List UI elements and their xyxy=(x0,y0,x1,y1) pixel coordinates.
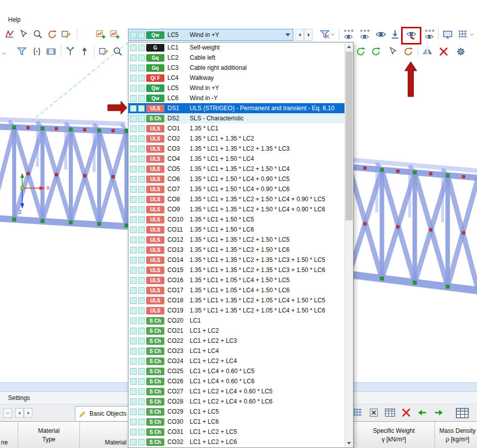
solve-checkbox[interactable] xyxy=(130,388,137,395)
solve-checkbox[interactable] xyxy=(130,105,137,112)
delete-rows-icon[interactable] xyxy=(400,406,413,419)
dropdown-item-lc5[interactable]: Qw LC5 Wind in +Y xyxy=(128,83,344,93)
solve-checkbox[interactable] xyxy=(130,136,137,142)
scroll-down-button[interactable] xyxy=(345,439,353,447)
dropdown-item-co27[interactable]: S Ch CO27 LC1 + LC2 + LC4 + 0.60 * LC5 xyxy=(128,386,344,396)
edit-geometry-icon[interactable] xyxy=(3,28,16,41)
solve-checkbox[interactable] xyxy=(130,368,137,375)
display-checkbox[interactable] xyxy=(138,318,145,324)
solve-checkbox[interactable] xyxy=(130,267,137,274)
display-checkbox[interactable] xyxy=(138,307,145,314)
display-checkbox[interactable] xyxy=(138,328,145,334)
select-cursor-icon[interactable] xyxy=(17,28,30,41)
solve-checkbox[interactable] xyxy=(130,398,137,405)
dropdown-item-co8[interactable]: ULS CO8 1.35 * LC1 + 1.35 * LC2 + 1.50 *… xyxy=(128,194,344,204)
solve-checkbox[interactable] xyxy=(130,338,137,344)
edit-selection-icon[interactable] xyxy=(97,45,110,58)
dropdown-item-co31[interactable]: S Ch CO31 LC1 + LC2 + LC5 xyxy=(128,427,344,437)
solve-checkbox[interactable] xyxy=(130,186,137,193)
solve-checkbox[interactable] xyxy=(130,32,137,38)
dropdown-item-co23[interactable]: S Ch CO23 LC1 + LC4 xyxy=(128,346,344,356)
dropdown-item-co19[interactable]: ULS CO19 1.35 * LC1 + 1.35 * LC2 + 1.05 … xyxy=(128,305,344,316)
display-checkbox[interactable] xyxy=(138,409,145,415)
dropdown-item-co3[interactable]: ULS CO3 1.35 * LC1 + 1.35 * LC2 + 1.35 *… xyxy=(128,144,344,154)
panel-menu-button[interactable] xyxy=(3,408,12,418)
dropdown-item-co24[interactable]: S Ch CO24 LC1 + LC2 + LC4 xyxy=(128,356,344,366)
move-up-icon[interactable] xyxy=(78,45,91,58)
dropdown-scrollbar[interactable] xyxy=(344,42,353,447)
delete-icon[interactable] xyxy=(437,45,450,58)
display-checkbox[interactable] xyxy=(138,358,145,365)
show-results-icon[interactable] xyxy=(374,28,387,41)
solve-checkbox[interactable] xyxy=(130,55,137,61)
display-checkbox[interactable] xyxy=(138,55,145,61)
dropdown-item-lc6[interactable]: Qw LC6 Wind in -Y xyxy=(128,93,344,103)
dropdown-item-co17[interactable]: ULS CO17 1.35 * LC1 + 1.05 * LC4 + 1.50 … xyxy=(128,285,344,295)
display-checkbox[interactable] xyxy=(138,95,145,102)
dropdown-item-co29[interactable]: S Ch CO29 LC1 + LC5 xyxy=(128,407,344,417)
solve-checkbox[interactable] xyxy=(130,125,137,132)
solve-checkbox[interactable] xyxy=(130,65,137,71)
solve-checkbox[interactable] xyxy=(130,146,137,152)
display-checkbox[interactable] xyxy=(138,267,145,274)
rotate-copy-icon[interactable] xyxy=(369,45,382,58)
solve-checkbox[interactable] xyxy=(130,378,137,385)
scrollbar-thumb[interactable] xyxy=(345,52,353,220)
zoom-selection-icon[interactable] xyxy=(111,45,124,58)
display-checkbox[interactable] xyxy=(138,216,145,223)
grid-raster-icon[interactable] xyxy=(456,28,469,41)
rotate-view-icon[interactable] xyxy=(46,28,59,41)
section-view-icon[interactable] xyxy=(45,45,58,58)
node-snap-icon[interactable] xyxy=(64,45,77,58)
display-checkbox[interactable] xyxy=(138,32,145,38)
display-checkbox[interactable] xyxy=(138,247,145,253)
dropdown-item-co26[interactable]: S Ch CO26 LC1 + LC4 + 0.60 * LC6 xyxy=(128,376,344,386)
solve-checkbox[interactable] xyxy=(130,75,137,81)
new-combination-icon[interactable] xyxy=(108,28,121,41)
solve-checkbox[interactable] xyxy=(130,257,137,263)
next-table-button[interactable] xyxy=(24,408,32,418)
dropdown-item-co22[interactable]: S Ch CO22 LC1 + LC2 + LC3 xyxy=(128,336,344,346)
solve-checkbox[interactable] xyxy=(130,206,137,213)
dropdown-item-co15[interactable]: ULS CO15 1.35 * LC1 + 1.35 * LC2 + 1.35 … xyxy=(128,265,344,275)
previous-case-button[interactable] xyxy=(295,29,304,41)
dropdown-item-co20[interactable]: S Ch CO20 LC1 xyxy=(128,316,344,326)
display-checkbox[interactable] xyxy=(138,186,145,193)
dropdown-item-co1[interactable]: ULS CO1 1.35 * LC1 xyxy=(128,123,344,133)
dropdown-item-co10[interactable]: ULS CO10 1.35 * LC1 + 1.50 * LC5 xyxy=(128,214,344,225)
display-checkbox[interactable] xyxy=(138,388,145,395)
toolbar-overflow-button[interactable] xyxy=(0,47,8,60)
clipping-planes-icon[interactable] xyxy=(30,45,44,58)
solve-checkbox[interactable] xyxy=(130,176,137,183)
solve-checkbox[interactable] xyxy=(130,307,137,314)
display-checkbox[interactable] xyxy=(138,277,145,284)
display-checkbox[interactable] xyxy=(138,65,145,71)
solve-checkbox[interactable] xyxy=(130,196,137,203)
display-checkbox[interactable] xyxy=(138,429,145,435)
dropdown-item-lc2[interactable]: Gq LC2 Cable left xyxy=(128,53,344,63)
dropdown-item-co25[interactable]: S Ch CO25 LC1 + LC4 + 0.60 * LC5 xyxy=(128,366,344,376)
display-checkbox[interactable] xyxy=(138,439,145,445)
display-checkbox[interactable] xyxy=(138,338,145,344)
display-checkbox[interactable] xyxy=(138,146,145,152)
jump-last-icon[interactable] xyxy=(432,406,445,419)
solve-checkbox[interactable] xyxy=(130,297,137,304)
show-values-on-surfaces-icon[interactable] xyxy=(358,28,371,41)
display-checkbox[interactable] xyxy=(138,196,145,203)
filter-load-cases-button[interactable] xyxy=(318,28,337,41)
previous-table-button[interactable] xyxy=(15,408,24,418)
display-checkbox[interactable] xyxy=(138,287,145,294)
edit-object-icon[interactable] xyxy=(60,28,73,41)
display-checkbox[interactable] xyxy=(138,297,145,304)
display-checkbox[interactable] xyxy=(138,206,145,213)
dropdown-item-co6[interactable]: ULS CO6 1.35 * LC1 + 1.50 * LC4 + 0.90 *… xyxy=(128,174,344,184)
solve-checkbox[interactable] xyxy=(130,247,137,253)
dropdown-item-co5[interactable]: ULS CO5 1.35 * LC1 + 1.35 * LC2 + 1.50 *… xyxy=(128,164,344,174)
dropdown-item-co32[interactable]: S Ch CO32 LC1 + LC2 + LC6 xyxy=(128,437,344,447)
solve-checkbox[interactable] xyxy=(130,156,137,162)
dropdown-item-co30[interactable]: S Ch CO30 LC1 + LC6 xyxy=(128,417,344,427)
display-checkbox[interactable] xyxy=(138,166,145,172)
display-checkbox[interactable] xyxy=(138,237,145,243)
display-checkbox[interactable] xyxy=(138,257,145,263)
display-checkbox[interactable] xyxy=(138,75,145,81)
